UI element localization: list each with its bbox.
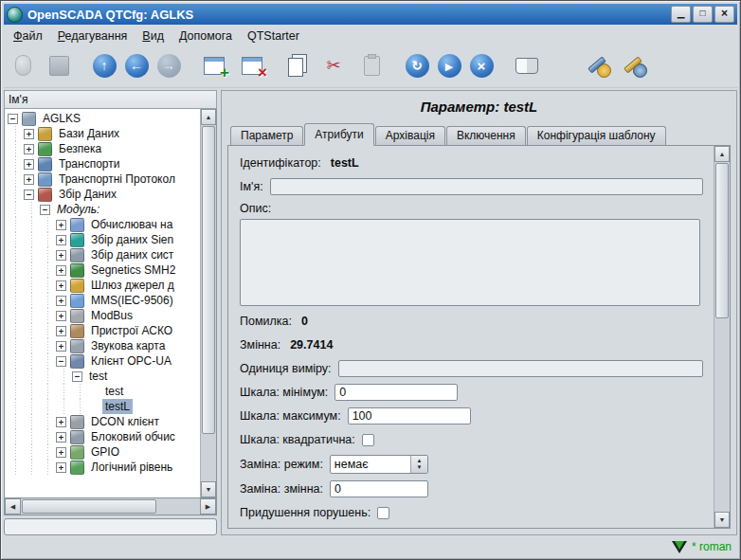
titlebar[interactable]: OpenSCADA QTCfg: AGLKS xyxy=(4,4,737,25)
minimize-button[interactable] xyxy=(671,6,691,23)
scale-quadratic-checkbox[interactable] xyxy=(362,434,374,446)
tab-attributes[interactable]: Атрибути xyxy=(304,123,373,146)
tree-item-dcon-client[interactable]: +DCON клієнт xyxy=(5,414,200,429)
scroll-thumb[interactable] xyxy=(22,499,156,514)
tree-header[interactable]: Ім'я xyxy=(4,90,217,109)
violations-suppression-checkbox[interactable] xyxy=(377,507,389,519)
tree-item-test-parameter[interactable]: test xyxy=(5,384,200,399)
scroll-thumb[interactable] xyxy=(202,126,215,434)
manual-button[interactable] xyxy=(512,50,542,81)
tree-item-opc-ua-client[interactable]: −Клієнт OPC-UA xyxy=(5,353,200,369)
measure-unit-input[interactable] xyxy=(338,360,703,377)
scroll-track[interactable] xyxy=(714,162,730,512)
expand-toggle-icon[interactable]: + xyxy=(56,311,66,321)
scale-maximum-input[interactable] xyxy=(348,407,471,425)
go-back-button[interactable] xyxy=(121,50,152,81)
cut-item-button[interactable] xyxy=(318,50,349,81)
tree-item-soundcard[interactable]: +Звукова карта xyxy=(5,338,200,353)
expand-toggle-icon[interactable]: + xyxy=(24,144,34,154)
collapse-toggle-icon[interactable]: − xyxy=(72,371,82,382)
qtstarter-tray-icon[interactable] xyxy=(672,541,687,553)
tab-archiving[interactable]: Архівація xyxy=(375,126,445,145)
tree-horizontal-scrollbar[interactable] xyxy=(4,498,217,515)
close-button[interactable] xyxy=(714,6,734,23)
name-input[interactable] xyxy=(270,178,703,195)
expand-toggle-icon[interactable]: + xyxy=(24,174,34,185)
refresh-button[interactable] xyxy=(402,50,432,81)
tree-item-gpio[interactable]: +GPIO xyxy=(5,444,200,460)
maximize-button[interactable] xyxy=(693,6,713,23)
tree-item-testl-parameter[interactable]: testL xyxy=(5,399,200,414)
tab-enabling[interactable]: Включення xyxy=(446,126,526,145)
tree-item-transports[interactable]: +Транспорти xyxy=(5,156,200,172)
tree-item-test-controller[interactable]: −test xyxy=(5,369,200,384)
scroll-track[interactable] xyxy=(21,498,200,515)
substitute-mode-combo[interactable]: немає xyxy=(330,455,428,474)
expand-toggle-icon[interactable]: + xyxy=(56,417,66,427)
tree-item-sources-gate[interactable]: +Шлюз джерел д xyxy=(5,278,200,293)
expand-toggle-icon[interactable]: + xyxy=(24,159,34,170)
tree-item-system-daq[interactable]: +Збір даних сист xyxy=(5,247,200,262)
expand-toggle-icon[interactable]: + xyxy=(56,265,66,276)
stop-button[interactable] xyxy=(466,50,497,81)
tree-status-field[interactable] xyxy=(4,518,217,535)
scroll-down-icon[interactable] xyxy=(201,481,216,497)
scroll-thumb[interactable] xyxy=(715,163,729,318)
menu-help[interactable]: Допомога xyxy=(172,27,240,45)
menu-qtstarter[interactable]: QTStarter xyxy=(240,27,307,45)
expand-toggle-icon[interactable]: + xyxy=(24,129,34,139)
debug-tools-button[interactable] xyxy=(620,50,650,81)
substitute-variable-input[interactable] xyxy=(330,480,428,497)
tree-item-smh2gi[interactable]: +Segnetics SMH2 xyxy=(5,262,200,278)
scroll-track[interactable] xyxy=(201,125,216,481)
tab-parameter[interactable]: Параметр xyxy=(230,126,303,145)
tree-item-siemens[interactable]: +Збір даних Sien xyxy=(5,232,200,247)
menu-edit[interactable]: Редагування xyxy=(50,27,136,45)
scroll-up-icon[interactable] xyxy=(201,109,216,125)
expand-toggle-icon[interactable]: + xyxy=(56,341,66,352)
collapse-toggle-icon[interactable]: − xyxy=(8,114,18,124)
tree-item-modbus[interactable]: +ModBus xyxy=(5,308,200,323)
tree-item-logic-level[interactable]: +Логічний рівень xyxy=(5,460,200,475)
tree-item-mms[interactable]: +MMS(IEC-9506) xyxy=(5,293,200,308)
tree-item-module-group[interactable]: −Модуль: xyxy=(5,202,200,217)
tab-template-config[interactable]: Конфігурація шаблону xyxy=(527,126,666,145)
tree-item-security[interactable]: +Безпека xyxy=(5,141,200,156)
collapse-toggle-icon[interactable]: − xyxy=(56,356,66,367)
copy-item-button[interactable] xyxy=(282,50,313,81)
expand-toggle-icon[interactable]: + xyxy=(56,432,66,443)
tree-vertical-scrollbar[interactable] xyxy=(200,109,216,497)
add-item-button[interactable] xyxy=(199,50,229,81)
scale-minimum-input[interactable] xyxy=(334,384,458,401)
collapse-toggle-icon[interactable]: − xyxy=(24,190,34,200)
tree-item-aglks[interactable]: −AGLKS xyxy=(5,111,200,126)
expand-toggle-icon[interactable]: + xyxy=(56,250,66,261)
menu-view[interactable]: Вид xyxy=(135,27,172,45)
start-periodic-update-button[interactable] xyxy=(434,50,464,81)
scroll-right-icon[interactable] xyxy=(200,498,216,515)
scroll-left-icon[interactable] xyxy=(5,498,21,515)
scroll-down-icon[interactable] xyxy=(714,512,730,528)
expand-toggle-icon[interactable]: + xyxy=(56,220,66,230)
expand-toggle-icon[interactable]: + xyxy=(56,326,66,336)
modules-config-button[interactable] xyxy=(584,50,614,81)
tree-item-javalikecalc[interactable]: +Обчислювач на xyxy=(5,217,200,232)
tree-item-blockcalc[interactable]: +Блоковий обчис xyxy=(5,429,200,444)
description-textarea[interactable] xyxy=(240,219,700,306)
expand-toggle-icon[interactable]: + xyxy=(56,280,66,291)
expand-toggle-icon[interactable]: + xyxy=(56,447,66,458)
tree-item-transport-protocols[interactable]: +Транспортні Протокол xyxy=(5,172,200,187)
delete-item-button[interactable] xyxy=(237,50,267,81)
scroll-up-icon[interactable] xyxy=(714,146,730,162)
collapse-toggle-icon[interactable]: − xyxy=(40,205,50,215)
tree-item-asko-devices[interactable]: +Пристрої АСКО xyxy=(5,323,200,338)
menu-file[interactable]: Файл xyxy=(6,27,50,45)
expand-toggle-icon[interactable]: + xyxy=(56,462,66,473)
expand-toggle-icon[interactable]: + xyxy=(56,296,66,306)
spin-arrows-icon[interactable] xyxy=(410,456,427,473)
expand-toggle-icon[interactable]: + xyxy=(56,235,66,245)
tree-item-databases[interactable]: +Бази Даних xyxy=(5,126,200,141)
tree-item-daq[interactable]: −Збір Даних xyxy=(5,187,200,202)
form-vertical-scrollbar[interactable] xyxy=(714,146,730,528)
go-up-button[interactable] xyxy=(89,50,119,81)
